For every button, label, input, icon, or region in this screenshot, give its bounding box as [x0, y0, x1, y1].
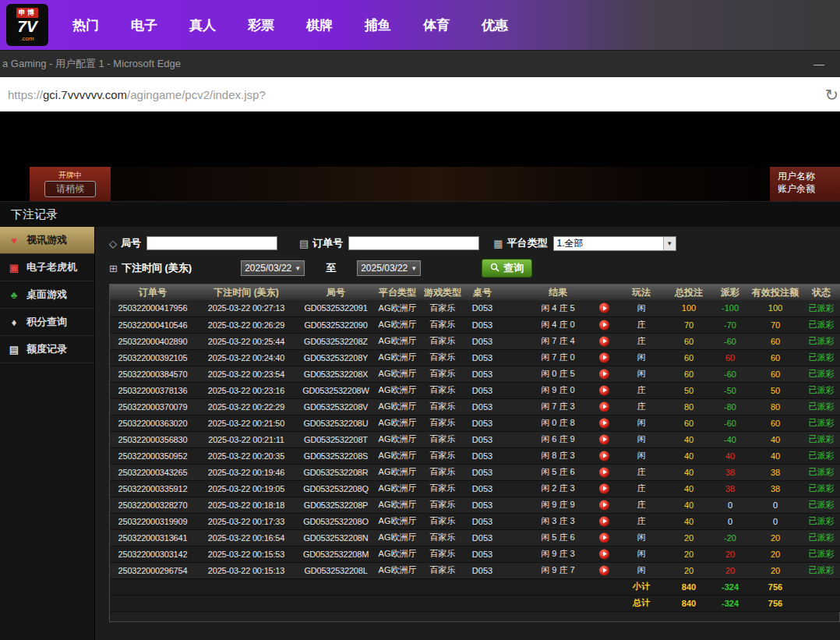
- cell-bet-time: 2025-03-22 00:15:13: [196, 562, 297, 578]
- replay-play-button[interactable]: [599, 532, 609, 543]
- cell-bet-time: 2025-03-22 00:24:40: [196, 349, 297, 366]
- date-to-dropdown[interactable]: 2025/03/22 ▼: [357, 260, 421, 276]
- result-wrap: 闲 8 庄 3: [499, 448, 616, 464]
- browser-urlbar[interactable]: https://gci.7vvvvvv.com/agingame/pcv2/in…: [0, 77, 840, 111]
- topnav-item[interactable]: 捕鱼: [365, 16, 391, 34]
- total-row: 总计 840 -324 756: [110, 595, 840, 611]
- account-info-panel: 用户名称 账户余额: [770, 167, 840, 201]
- cell-status: 已派彩: [802, 415, 840, 431]
- replay-play-button[interactable]: [599, 434, 609, 444]
- cell-game-type: 百家乐: [420, 333, 465, 349]
- cell-game-type: 百家乐: [420, 382, 465, 398]
- cell-total-bet: 40: [666, 513, 711, 529]
- result-wrap: 闲 5 庄 6: [499, 465, 616, 480]
- topnav-item[interactable]: 彩票: [248, 16, 274, 34]
- cell-valid-bet: 0: [749, 497, 802, 513]
- cell-game-type: 百家乐: [420, 447, 465, 464]
- cell-order-number: 250322000328270: [110, 497, 196, 513]
- cell-play-type: 庄: [616, 513, 666, 529]
- cell-valid-bet: 38: [749, 480, 802, 497]
- cell-valid-bet: 50: [749, 382, 802, 398]
- site-logo[interactable]: 申博 7V .com: [6, 4, 48, 46]
- round-number-input[interactable]: [146, 236, 277, 250]
- topnav-item[interactable]: 体育: [423, 16, 450, 34]
- cell-status: 已派彩: [802, 447, 840, 464]
- replay-play-button[interactable]: [599, 451, 609, 461]
- cell-round-number: GD0532532208N: [297, 529, 375, 546]
- cell-payout: 60: [711, 349, 749, 366]
- replay-play-button[interactable]: [599, 500, 609, 510]
- search-button[interactable]: 查询: [482, 259, 532, 278]
- cell-platform-type: AG欧洲厅: [375, 431, 420, 447]
- chevron-down-icon[interactable]: ▼: [663, 237, 676, 250]
- cell-platform-type: AG欧洲厅: [375, 464, 420, 480]
- subtotal-total-bet: 840: [666, 578, 711, 595]
- replay-play-button[interactable]: [599, 467, 609, 477]
- round-tag-icon: [109, 239, 117, 249]
- order-number-input[interactable]: [348, 236, 479, 250]
- replay-play-button[interactable]: [599, 418, 609, 428]
- result-text: 闲 0 庄 5: [541, 368, 574, 380]
- cell-result: 闲 9 庄 7: [499, 562, 616, 578]
- result-wrap: 闲 6 庄 9: [499, 432, 616, 447]
- cell-order-number: 250322000417956: [110, 300, 196, 316]
- sidebar-item-label: 额度记录: [26, 342, 67, 356]
- please-wait-button[interactable]: 请稍候: [44, 181, 96, 197]
- subtotal-row: 小计 840 -324 756: [110, 578, 840, 595]
- cell-round-number: GD0532532208T: [297, 431, 375, 447]
- topnav-item[interactable]: 电子: [131, 16, 157, 34]
- replay-play-button[interactable]: [599, 401, 609, 412]
- url-text[interactable]: https://gci.7vvvvvv.com/agingame/pcv2/in…: [0, 88, 266, 101]
- sidebar-item-points-query[interactable]: ♦积分查询: [0, 309, 94, 336]
- cell-play-type: 庄: [616, 398, 666, 415]
- replay-play-button[interactable]: [599, 320, 609, 330]
- cell-play-type: 庄: [616, 333, 666, 349]
- cell-platform-type: AG欧洲厅: [375, 513, 420, 529]
- bet-time-label: 下注时间 (美东): [122, 261, 192, 275]
- topnav-item[interactable]: 棋牌: [306, 16, 333, 34]
- sidebar-item-credit-records[interactable]: ▤额度记录: [0, 336, 94, 363]
- replay-play-button[interactable]: [599, 369, 609, 379]
- cell-result: 闲 4 庄 0: [499, 316, 616, 333]
- cell-play-type: 庄: [616, 497, 666, 513]
- replay-play-button[interactable]: [599, 303, 609, 313]
- replay-play-button[interactable]: [599, 516, 609, 526]
- column-header: 下注时间 (美东): [196, 285, 297, 300]
- cell-play-type: 闲: [616, 349, 666, 366]
- replay-play-button[interactable]: [599, 483, 609, 493]
- dealing-status-label: 开牌中: [58, 171, 82, 179]
- sidebar-item-slot-machines[interactable]: ▣电子老虎机: [0, 254, 94, 281]
- cell-order-number: 250322000296754: [110, 562, 196, 578]
- cell-status: 已派彩: [802, 316, 840, 333]
- replay-play-button[interactable]: [599, 549, 609, 559]
- replay-play-button[interactable]: [599, 352, 609, 362]
- cell-play-type: 闲: [616, 366, 666, 382]
- cell-bet-time: 2025-03-22 00:25:44: [196, 333, 297, 349]
- sidebar-item-live-video-games[interactable]: ♥视讯游戏: [0, 227, 94, 254]
- date-from-dropdown[interactable]: 2025/03/22 ▼: [241, 260, 305, 276]
- result-wrap: 闲 9 庄 3: [499, 546, 616, 562]
- topnav-item[interactable]: 真人: [189, 16, 216, 34]
- cell-bet-time: 2025-03-22 00:21:11: [196, 431, 297, 447]
- date-to-value: 2025/03/22: [361, 263, 408, 274]
- cell-play-type: 闲: [616, 546, 666, 562]
- replay-play-button[interactable]: [599, 385, 609, 395]
- cell-status: 已派彩: [802, 497, 840, 513]
- cell-play-type: 闲: [616, 447, 666, 464]
- cell-payout: -80: [711, 398, 749, 415]
- window-title: a Gaming - 用户配置 1 - Microsoft Edge: [0, 57, 181, 71]
- cell-total-bet: 60: [666, 415, 711, 431]
- replay-play-button[interactable]: [599, 336, 609, 346]
- minimize-button[interactable]: —: [806, 51, 832, 77]
- cell-payout: 20: [711, 546, 749, 562]
- topnav-item[interactable]: 热门: [72, 16, 99, 34]
- replay-play-button[interactable]: [599, 565, 609, 575]
- cell-order-number: 250322000384570: [110, 366, 196, 382]
- cell-result: 闲 9 庄 9: [499, 497, 616, 513]
- sidebar-item-table-games[interactable]: ♣桌面游戏: [0, 281, 94, 309]
- refresh-icon[interactable]: ↻: [824, 87, 838, 103]
- cell-platform-type: AG欧洲厅: [375, 300, 420, 316]
- topnav-item[interactable]: 优惠: [482, 16, 508, 34]
- platform-type-select[interactable]: 1.全部 ▼: [553, 236, 676, 251]
- cell-order-number: 250322000363020: [110, 415, 196, 431]
